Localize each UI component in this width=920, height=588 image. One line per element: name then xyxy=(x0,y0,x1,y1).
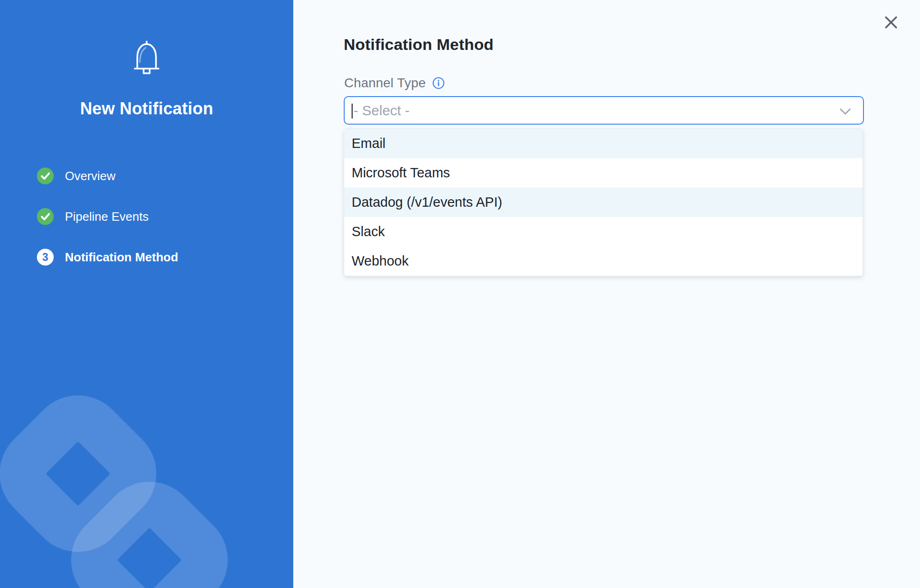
dropdown-option[interactable]: Slack xyxy=(344,217,863,246)
close-button[interactable] xyxy=(879,10,903,35)
step-label: Overview xyxy=(65,169,115,183)
step-item[interactable]: Overview xyxy=(37,168,178,184)
dropdown-option[interactable]: Microsoft Teams xyxy=(344,158,863,188)
dropdown-option[interactable]: Webhook xyxy=(344,246,863,276)
text-cursor xyxy=(352,104,353,119)
chevron-down-icon xyxy=(840,108,851,115)
sidebar-title: New Notification xyxy=(0,99,293,119)
check-icon xyxy=(37,178,54,186)
close-icon xyxy=(884,15,898,29)
channel-type-label: Channel Type xyxy=(344,76,426,91)
channel-type-field-label: Channel Type xyxy=(344,76,445,91)
channel-type-select[interactable]: - Select - xyxy=(344,96,864,125)
bell-icon xyxy=(0,40,293,78)
step-label: Pipeline Events xyxy=(65,210,149,224)
step-status-badge xyxy=(37,168,54,184)
step-status-badge xyxy=(37,208,54,225)
step-list: Overview Pipeline Events xyxy=(37,168,178,289)
new-notification-modal: New Notification Overview xyxy=(0,0,920,588)
step-label: Notification Method xyxy=(65,250,178,265)
page-title: Notification Method xyxy=(344,35,494,54)
channel-type-dropdown: Email Microsoft Teams Datadog (/v1/event… xyxy=(344,128,863,276)
info-icon xyxy=(432,77,445,89)
dropdown-option[interactable]: Datadog (/v1/events API) xyxy=(344,188,863,217)
info-button[interactable] xyxy=(432,77,445,89)
notification-method-panel: Notification Method Channel Type - Selec… xyxy=(293,0,920,588)
step-item[interactable]: Pipeline Events xyxy=(37,208,178,225)
wizard-sidebar: New Notification Overview xyxy=(0,0,293,588)
step-item[interactable]: 3 Notification Method xyxy=(37,249,178,266)
dropdown-option[interactable]: Email xyxy=(344,129,863,158)
check-icon xyxy=(37,218,54,226)
step-status-badge: 3 xyxy=(37,249,54,266)
brand-watermark xyxy=(0,0,293,588)
select-placeholder: - Select - xyxy=(345,103,410,119)
step-number-badge: 3 xyxy=(37,249,54,266)
